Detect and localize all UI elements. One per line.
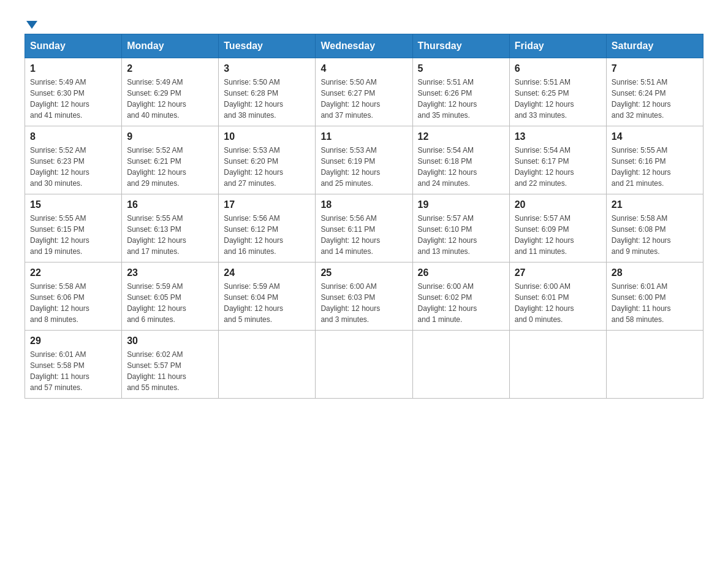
calendar-cell: 23Sunrise: 5:59 AMSunset: 6:05 PMDayligh… (122, 262, 219, 331)
day-info: Sunrise: 5:54 AMSunset: 6:17 PMDaylight:… (515, 145, 601, 189)
day-number: 23 (127, 267, 213, 278)
day-info: Sunrise: 5:58 AMSunset: 6:08 PMDaylight:… (612, 213, 698, 257)
calendar-cell: 21Sunrise: 5:58 AMSunset: 6:08 PMDayligh… (606, 194, 703, 262)
day-info: Sunrise: 5:52 AMSunset: 6:21 PMDaylight:… (127, 145, 213, 189)
day-number: 10 (224, 131, 310, 142)
day-info: Sunrise: 5:55 AMSunset: 6:15 PMDaylight:… (30, 213, 116, 257)
calendar-week-5: 29Sunrise: 6:01 AMSunset: 5:58 PMDayligh… (25, 331, 703, 399)
day-number: 15 (30, 199, 116, 210)
calendar-cell: 18Sunrise: 5:56 AMSunset: 6:11 PMDayligh… (316, 194, 412, 262)
calendar-cell: 7Sunrise: 5:51 AMSunset: 6:24 PMDaylight… (606, 58, 703, 126)
day-info: Sunrise: 5:59 AMSunset: 6:05 PMDaylight:… (127, 281, 213, 325)
calendar-cell: 19Sunrise: 5:57 AMSunset: 6:10 PMDayligh… (412, 194, 509, 262)
day-info: Sunrise: 5:49 AMSunset: 6:30 PMDaylight:… (30, 77, 116, 121)
day-info: Sunrise: 5:57 AMSunset: 6:09 PMDaylight:… (515, 213, 601, 257)
day-info: Sunrise: 5:54 AMSunset: 6:18 PMDaylight:… (418, 145, 504, 189)
day-number: 28 (612, 267, 698, 278)
calendar-cell: 6Sunrise: 5:51 AMSunset: 6:25 PMDaylight… (509, 58, 606, 126)
calendar-cell (412, 331, 509, 399)
day-info: Sunrise: 5:55 AMSunset: 6:16 PMDaylight:… (612, 145, 698, 189)
day-number: 3 (224, 63, 310, 74)
day-info: Sunrise: 5:56 AMSunset: 6:12 PMDaylight:… (224, 213, 310, 257)
day-number: 25 (320, 267, 407, 278)
day-number: 12 (418, 131, 504, 142)
weekday-header-monday: Monday (122, 34, 219, 58)
logo (25, 18, 38, 21)
day-info: Sunrise: 5:59 AMSunset: 6:04 PMDaylight:… (224, 281, 310, 325)
weekday-header-sunday: Sunday (25, 34, 122, 58)
day-info: Sunrise: 5:51 AMSunset: 6:26 PMDaylight:… (418, 77, 504, 121)
calendar-cell: 25Sunrise: 6:00 AMSunset: 6:03 PMDayligh… (316, 262, 412, 331)
logo-triangle-icon (26, 21, 37, 29)
calendar-cell: 3Sunrise: 5:50 AMSunset: 6:28 PMDaylight… (219, 58, 316, 126)
day-info: Sunrise: 5:50 AMSunset: 6:27 PMDaylight:… (320, 77, 407, 121)
day-info: Sunrise: 5:57 AMSunset: 6:10 PMDaylight:… (418, 213, 504, 257)
day-number: 14 (612, 131, 698, 142)
calendar-cell (606, 331, 703, 399)
day-number: 6 (515, 63, 601, 74)
day-info: Sunrise: 6:00 AMSunset: 6:02 PMDaylight:… (418, 281, 504, 325)
calendar-cell (316, 331, 412, 399)
weekday-header-wednesday: Wednesday (316, 34, 412, 58)
calendar-cell: 9Sunrise: 5:52 AMSunset: 6:21 PMDaylight… (122, 126, 219, 194)
calendar-cell: 24Sunrise: 5:59 AMSunset: 6:04 PMDayligh… (219, 262, 316, 331)
calendar-cell: 1Sunrise: 5:49 AMSunset: 6:30 PMDaylight… (25, 58, 122, 126)
day-number: 26 (418, 267, 504, 278)
day-number: 2 (127, 63, 213, 74)
calendar-cell: 4Sunrise: 5:50 AMSunset: 6:27 PMDaylight… (316, 58, 412, 126)
calendar-cell: 27Sunrise: 6:00 AMSunset: 6:01 PMDayligh… (509, 262, 606, 331)
calendar-cell: 16Sunrise: 5:55 AMSunset: 6:13 PMDayligh… (122, 194, 219, 262)
calendar-week-2: 8Sunrise: 5:52 AMSunset: 6:23 PMDaylight… (25, 126, 703, 194)
weekday-header-thursday: Thursday (412, 34, 509, 58)
calendar-cell: 20Sunrise: 5:57 AMSunset: 6:09 PMDayligh… (509, 194, 606, 262)
page-header (25, 18, 703, 21)
day-info: Sunrise: 5:51 AMSunset: 6:25 PMDaylight:… (515, 77, 601, 121)
weekday-header-saturday: Saturday (606, 34, 703, 58)
day-number: 21 (612, 199, 698, 210)
calendar-week-4: 22Sunrise: 5:58 AMSunset: 6:06 PMDayligh… (25, 262, 703, 331)
calendar-cell: 14Sunrise: 5:55 AMSunset: 6:16 PMDayligh… (606, 126, 703, 194)
calendar-cell: 15Sunrise: 5:55 AMSunset: 6:15 PMDayligh… (25, 194, 122, 262)
calendar-cell: 5Sunrise: 5:51 AMSunset: 6:26 PMDaylight… (412, 58, 509, 126)
day-number: 16 (127, 199, 213, 210)
day-info: Sunrise: 5:56 AMSunset: 6:11 PMDaylight:… (320, 213, 407, 257)
calendar-cell: 29Sunrise: 6:01 AMSunset: 5:58 PMDayligh… (25, 331, 122, 399)
calendar-cell: 12Sunrise: 5:54 AMSunset: 6:18 PMDayligh… (412, 126, 509, 194)
day-info: Sunrise: 5:49 AMSunset: 6:29 PMDaylight:… (127, 77, 213, 121)
calendar-week-1: 1Sunrise: 5:49 AMSunset: 6:30 PMDaylight… (25, 58, 703, 126)
day-number: 17 (224, 199, 310, 210)
calendar-cell: 13Sunrise: 5:54 AMSunset: 6:17 PMDayligh… (509, 126, 606, 194)
day-number: 11 (320, 131, 407, 142)
calendar-cell: 2Sunrise: 5:49 AMSunset: 6:29 PMDaylight… (122, 58, 219, 126)
weekday-header-friday: Friday (509, 34, 606, 58)
day-info: Sunrise: 5:52 AMSunset: 6:23 PMDaylight:… (30, 145, 116, 189)
calendar-cell: 17Sunrise: 5:56 AMSunset: 6:12 PMDayligh… (219, 194, 316, 262)
day-info: Sunrise: 6:02 AMSunset: 5:57 PMDaylight:… (127, 349, 213, 393)
calendar-cell: 22Sunrise: 5:58 AMSunset: 6:06 PMDayligh… (25, 262, 122, 331)
calendar-header-row: SundayMondayTuesdayWednesdayThursdayFrid… (25, 34, 703, 58)
calendar-cell: 28Sunrise: 6:01 AMSunset: 6:00 PMDayligh… (606, 262, 703, 331)
day-number: 19 (418, 199, 504, 210)
day-info: Sunrise: 6:01 AMSunset: 5:58 PMDaylight:… (30, 349, 116, 393)
day-number: 20 (515, 199, 601, 210)
day-number: 30 (127, 335, 213, 347)
day-number: 9 (127, 131, 213, 142)
day-number: 4 (320, 63, 407, 74)
day-info: Sunrise: 5:53 AMSunset: 6:19 PMDaylight:… (320, 145, 407, 189)
day-info: Sunrise: 5:55 AMSunset: 6:13 PMDaylight:… (127, 213, 213, 257)
calendar-cell (219, 331, 316, 399)
day-info: Sunrise: 5:51 AMSunset: 6:24 PMDaylight:… (612, 77, 698, 121)
day-number: 22 (30, 267, 116, 278)
day-number: 13 (515, 131, 601, 142)
day-number: 5 (418, 63, 504, 74)
calendar-cell: 10Sunrise: 5:53 AMSunset: 6:20 PMDayligh… (219, 126, 316, 194)
day-number: 27 (515, 267, 601, 278)
day-info: Sunrise: 5:58 AMSunset: 6:06 PMDaylight:… (30, 281, 116, 325)
calendar-cell (509, 331, 606, 399)
calendar-cell: 8Sunrise: 5:52 AMSunset: 6:23 PMDaylight… (25, 126, 122, 194)
day-info: Sunrise: 6:00 AMSunset: 6:03 PMDaylight:… (320, 281, 407, 325)
day-number: 24 (224, 267, 310, 278)
day-info: Sunrise: 6:00 AMSunset: 6:01 PMDaylight:… (515, 281, 601, 325)
day-number: 29 (30, 335, 116, 347)
calendar-cell: 26Sunrise: 6:00 AMSunset: 6:02 PMDayligh… (412, 262, 509, 331)
